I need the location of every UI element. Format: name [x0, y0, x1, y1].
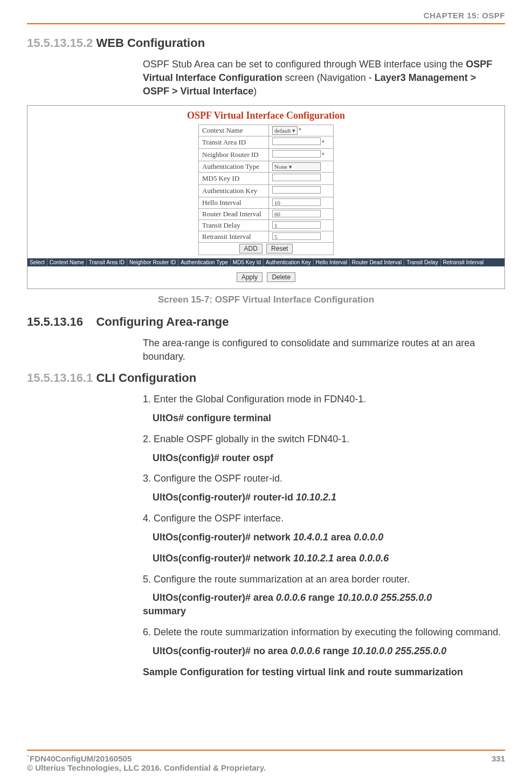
col-authentication-type: Authentication Type — [178, 258, 231, 266]
page-header: CHAPTER 15: OSPF — [27, 11, 505, 24]
row-retransit-interval: Retransit Interval 5 — [199, 231, 334, 243]
step-4: 4. Configure the OSPF interface. — [143, 512, 505, 525]
step-2: 2. Enable OSPF globally in the switch FD… — [143, 433, 505, 446]
area-range-paragraph: The area-range is configured to consolid… — [143, 337, 505, 363]
step-6: 6. Delete the route summarization inform… — [143, 626, 505, 639]
required-mark: * — [321, 152, 324, 159]
row-add-reset: ADD Reset — [199, 243, 334, 255]
label: Authentication Key — [199, 185, 269, 197]
text: range — [306, 592, 337, 603]
cli-steps: 1. Enter the Global Configuration mode i… — [143, 393, 505, 678]
arg: 0.0.0.0 — [354, 532, 383, 543]
text: UltOs(config-router)# no area — [153, 646, 291, 656]
arg: 10.10.2.1 — [296, 492, 336, 503]
page-footer: `FDN40ConfigUM/20160505 © Ulterius Techn… — [0, 750, 532, 772]
heading-number: 15.5.13.16.1 — [27, 371, 93, 385]
cmd-6: UltOs(config-router)# no area 0.0.0.6 ra… — [153, 644, 505, 658]
auth-key-input[interactable] — [272, 186, 321, 194]
apply-button[interactable]: Apply — [237, 272, 262, 282]
apply-delete-row: Apply Delete — [27, 272, 505, 282]
retransit-input[interactable]: 5 — [272, 232, 321, 240]
step-1: 1. Enter the Global Configuration mode i… — [143, 393, 505, 406]
text: UltOs(config-router)# network — [153, 553, 293, 564]
text: UltOs(config-router)# router-id — [153, 492, 296, 503]
arg: 10.4.0.1 — [293, 532, 328, 543]
col-hello-interval: Hello Interval — [314, 258, 350, 266]
text: area — [334, 553, 359, 564]
heading-title: Configuring Area-range — [96, 315, 229, 328]
arg: 10.10.0.0 255.255.0.0 — [337, 592, 432, 603]
delete-button[interactable]: Delete — [267, 272, 295, 282]
row-authentication-key: Authentication Key — [199, 185, 334, 197]
row-hello-interval: Hello Interval 10 — [199, 197, 334, 209]
row-transit-delay: Transit Delay 1 — [199, 220, 334, 231]
transit-area-input[interactable] — [272, 138, 321, 145]
text: UltOs(config-router)# area — [153, 592, 276, 603]
step-5: 5. Configure the route summarization at … — [143, 573, 505, 586]
sample-heading: Sample Configuration for testing virtual… — [143, 666, 505, 679]
webconfig-paragraph: OSPF Stub Area can be set to configured … — [143, 58, 505, 98]
text: range — [320, 646, 352, 656]
row-transit-area-id: Transit Area ID * — [199, 136, 334, 149]
ospf-virtual-interface-screenshot: OSPF Virtual Interface Configuration Con… — [27, 105, 505, 289]
footer-copyright: © Ulterius Technologies, LLC 2016. Confi… — [27, 763, 266, 772]
arg: 10.10.2.1 — [293, 553, 334, 564]
label: Retransit Interval — [199, 231, 269, 243]
auth-type-select[interactable]: None — [272, 162, 321, 171]
label: Transit Delay — [199, 220, 269, 231]
text: summary — [143, 606, 186, 616]
row-neighbor-router-id: Neighbor Router ID * — [199, 149, 334, 161]
label: Neighbor Router ID — [199, 149, 269, 161]
transit-delay-input[interactable]: 1 — [272, 221, 321, 229]
heading-web-config: 15.5.13.15.2 WEB Configuration — [27, 36, 505, 50]
col-authentication-key: Authentication Key — [264, 258, 313, 266]
col-transit-delay: Transit Delay — [404, 258, 441, 266]
label: Hello Interval — [199, 197, 269, 209]
footer-docid: `FDN40ConfigUM/20160505 — [27, 754, 132, 763]
row-authentication-type: Authentication Type None — [199, 161, 334, 173]
cmd-5: UltOs(config-router)# area 0.0.0.6 range… — [143, 591, 505, 618]
arg: 10.10.0.0 255.255.0.0 — [352, 646, 446, 656]
col-neighbor-router-id: Neighbor Router ID — [127, 258, 178, 266]
col-select: Select — [27, 258, 47, 266]
footer-page-number: 331 — [492, 754, 505, 772]
add-button[interactable]: ADD — [239, 244, 262, 253]
required-mark: * — [321, 139, 324, 147]
footer-left: `FDN40ConfigUM/20160505 © Ulterius Techn… — [27, 754, 266, 772]
text: screen (Navigation - — [282, 72, 375, 83]
context-name-select[interactable]: default — [272, 126, 298, 135]
col-router-dead-interval: Router Dead Interval — [350, 258, 404, 266]
arg: 0.0.0.6 — [291, 646, 320, 656]
reset-button[interactable]: Reset — [266, 244, 293, 253]
heading-number: 15.5.13.16 — [27, 315, 83, 328]
config-form-table: Context Name default* Transit Area ID * … — [198, 125, 334, 255]
label: Router Dead Interval — [199, 209, 269, 220]
label: MD5 Key ID — [199, 173, 269, 185]
heading-number: 15.5.13.15.2 — [27, 36, 93, 50]
row-context-name: Context Name default* — [199, 125, 334, 136]
text: ) — [253, 86, 257, 97]
text: area — [328, 532, 354, 543]
figure-caption: Screen 15-7: OSPF Virtual Interface Conf… — [27, 294, 505, 305]
col-retransit-interval: Retransit Interval — [441, 258, 486, 266]
heading-cli-config: 15.5.13.16.1 CLI Configuration — [27, 371, 505, 385]
label: Context Name — [199, 125, 269, 136]
result-table-header: Select Context Name Transit Area ID Neig… — [27, 258, 505, 266]
neighbor-router-input[interactable] — [272, 150, 321, 157]
col-md5-key-id: MD5 Key Id — [231, 258, 264, 266]
step-3: 3. Configure the OSPF router-id. — [143, 472, 505, 485]
col-transit-area-id: Transit Area ID — [87, 258, 127, 266]
router-dead-input[interactable]: 60 — [272, 210, 321, 217]
cmd-4a: UltOs(config-router)# network 10.4.0.1 a… — [153, 531, 505, 544]
heading-title: WEB Configuration — [96, 36, 205, 50]
md5-key-input[interactable] — [272, 174, 321, 181]
text: UltOs(config-router)# network — [153, 532, 293, 543]
row-md5-key-id: MD5 Key ID — [199, 173, 334, 185]
row-router-dead-interval: Router Dead Interval 60 — [199, 209, 334, 220]
text: OSPF Stub Area can be set to configured … — [143, 59, 466, 70]
arg: 0.0.0.6 — [276, 592, 306, 603]
label: Transit Area ID — [199, 136, 269, 149]
cmd-3: UltOs(config-router)# router-id 10.10.2.… — [153, 491, 505, 504]
hello-interval-input[interactable]: 10 — [272, 198, 321, 206]
cmd-2: UltOs(config)# router ospf — [153, 451, 505, 465]
